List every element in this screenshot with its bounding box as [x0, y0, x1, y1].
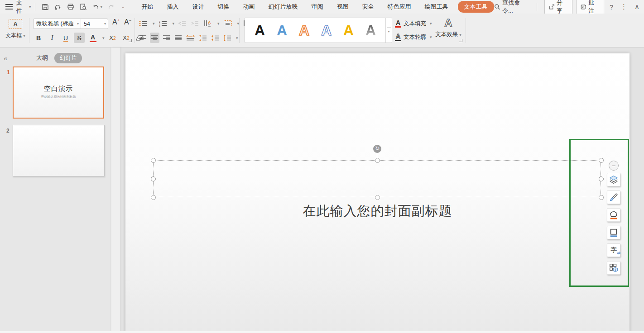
undo-icon[interactable]: ▾ [92, 4, 103, 10]
decrease-indent-button[interactable] [178, 18, 187, 29]
smart-layout-tool-button[interactable] [607, 261, 620, 275]
increase-indent-button[interactable] [190, 18, 200, 29]
insert-textbox-button[interactable]: A 文本框▾ [4, 19, 27, 39]
file-menu[interactable]: 文件 [16, 0, 28, 15]
thumbnail-scrollbar[interactable] [111, 48, 121, 333]
tab-security[interactable]: 安全 [357, 1, 379, 13]
underline-button[interactable]: U [60, 33, 71, 43]
font-name-chevron-icon[interactable]: ▾ [75, 22, 81, 26]
bold-button[interactable]: B [33, 33, 44, 43]
find-command[interactable]: 查找命令... [494, 0, 529, 15]
superscript-button[interactable]: X2 [107, 33, 118, 43]
collapse-ribbon-icon[interactable]: ∧ [633, 3, 641, 11]
paragraph-spacing-decrease-button[interactable] [210, 33, 220, 43]
selection-handle-bottom-left[interactable] [151, 195, 156, 200]
line-spacing-button[interactable] [222, 33, 232, 43]
layers-tool-button[interactable] [607, 173, 620, 186]
text-settings-tool-button[interactable]: 字⇄ [607, 243, 620, 257]
rotation-handle-icon[interactable]: ↻ [373, 145, 381, 153]
text-direction-chevron-icon[interactable]: ▾ [217, 21, 220, 26]
font-dialog-launcher[interactable] [129, 39, 132, 42]
align-left-button[interactable] [138, 33, 148, 43]
more-options-icon[interactable]: ⋮ [619, 3, 629, 11]
tab-transition[interactable]: 切换 [213, 1, 235, 13]
font-color-button[interactable]: A [87, 33, 98, 43]
tab-drawing-tools[interactable]: 绘图工具 [420, 1, 453, 13]
effects-dialog-launcher[interactable] [459, 39, 462, 42]
style-gray-gradient[interactable]: A [365, 23, 376, 38]
tab-slides-view-active[interactable]: 幻灯片 [54, 53, 82, 63]
placeholder-format-button[interactable] [223, 18, 233, 29]
text-outline-button[interactable]: A 文本轮廓 ▾ [395, 32, 432, 43]
selection-handle-bottom-center[interactable] [375, 195, 380, 200]
text-direction-button[interactable]: A [203, 18, 213, 29]
strikethrough-button[interactable]: S [74, 33, 85, 43]
print-icon[interactable] [67, 3, 74, 10]
main-menu-icon[interactable] [5, 4, 13, 10]
font-size-chevron-icon[interactable]: ▾ [102, 22, 108, 26]
export-pdf-icon[interactable] [54, 3, 62, 10]
file-menu-chevron-icon[interactable]: ▾ [29, 5, 31, 9]
tab-outline-view[interactable]: 大纲 [36, 54, 48, 62]
print-preview-icon[interactable] [80, 3, 87, 10]
save-icon[interactable] [42, 3, 49, 10]
bullet-list-chevron-icon[interactable]: ▾ [153, 21, 155, 26]
subtitle-placeholder-text[interactable]: 在此输入您的封面副标题 [125, 202, 630, 220]
slide-2-thumbnail[interactable] [13, 125, 105, 176]
numbered-list-button[interactable]: 123 [158, 18, 168, 29]
tab-animation[interactable]: 动画 [238, 1, 260, 13]
font-name-select[interactable]: 微软雅黑 (标题 [34, 20, 75, 28]
font-size-input[interactable]: 54 [81, 21, 102, 27]
italic-button[interactable]: I [47, 33, 58, 43]
tab-insert[interactable]: 插入 [162, 1, 184, 13]
paragraph-spacing-increase-button[interactable] [198, 33, 208, 43]
style-black-fill[interactable]: A [255, 23, 265, 38]
distribute-button[interactable] [185, 33, 196, 43]
shape-outline-tool-button[interactable] [607, 226, 620, 239]
panel-header: « 大纲 幻灯片 [0, 52, 111, 64]
customize-qat-chevron-icon[interactable]: ⌄ [121, 5, 125, 9]
font-color-chevron-icon[interactable]: ▾ [102, 36, 105, 40]
title-placeholder-selection[interactable] [153, 160, 601, 197]
style-blue-fill[interactable]: A [277, 23, 287, 38]
paragraph-row-2: ▾ [138, 33, 238, 43]
format-brush-tool-button[interactable] [607, 190, 620, 204]
tab-slideshow[interactable]: 幻灯片放映 [264, 1, 303, 13]
tab-review[interactable]: 审阅 [307, 1, 328, 13]
line-spacing-chevron-icon[interactable]: ▾ [236, 36, 238, 40]
tab-home[interactable]: 开始 [137, 1, 159, 13]
tab-design[interactable]: 设计 [187, 1, 209, 13]
text-effects-chevron-icon[interactable]: ▾ [459, 33, 461, 37]
bullet-list-button[interactable] [138, 18, 148, 29]
text-outline-chevron-icon[interactable]: ▾ [430, 35, 432, 39]
increase-font-button[interactable]: A+ [112, 18, 120, 26]
style-orange-outline[interactable]: A [299, 23, 309, 38]
align-center-button[interactable] [150, 33, 159, 43]
text-fill-chevron-icon[interactable]: ▾ [430, 21, 432, 26]
help-icon[interactable]: ? [608, 3, 615, 11]
align-right-button[interactable] [162, 33, 171, 43]
tab-special-apps[interactable]: 特色应用 [383, 1, 416, 13]
textbox-chevron-icon[interactable]: ▾ [23, 33, 25, 38]
text-fill-button[interactable]: A 文本填充 ▾ [395, 18, 432, 29]
text-effects-button[interactable]: A 文本效果▾ [434, 17, 463, 38]
gallery-more-button[interactable]: ▾ [385, 18, 392, 43]
palette-collapse-icon[interactable]: − [609, 161, 619, 171]
divider [466, 18, 466, 43]
decrease-font-button[interactable]: A− [124, 18, 131, 26]
slide-1-thumbnail[interactable]: 空白演示 在此输入您的封面副标题 [13, 67, 104, 119]
redo-icon[interactable] [108, 4, 115, 10]
tab-view[interactable]: 视图 [332, 1, 354, 13]
undo-chevron-icon[interactable]: ▾ [101, 5, 103, 9]
selection-handle-top-left[interactable] [151, 158, 156, 163]
tab-text-tools-active[interactable]: 文本工具 [458, 1, 494, 13]
style-gold-fill[interactable]: A [343, 23, 354, 38]
style-white-blue-outline[interactable]: A [321, 23, 332, 38]
selection-handle-mid-left[interactable] [151, 176, 156, 181]
text-effects-label: 文本效果 [435, 31, 458, 38]
shape-fill-tool-button[interactable] [607, 208, 620, 222]
collapse-panel-icon[interactable]: « [4, 54, 7, 62]
justify-button[interactable] [173, 33, 183, 43]
numbered-list-chevron-icon[interactable]: ▾ [173, 21, 175, 26]
selection-handle-top-center[interactable] [375, 158, 380, 163]
